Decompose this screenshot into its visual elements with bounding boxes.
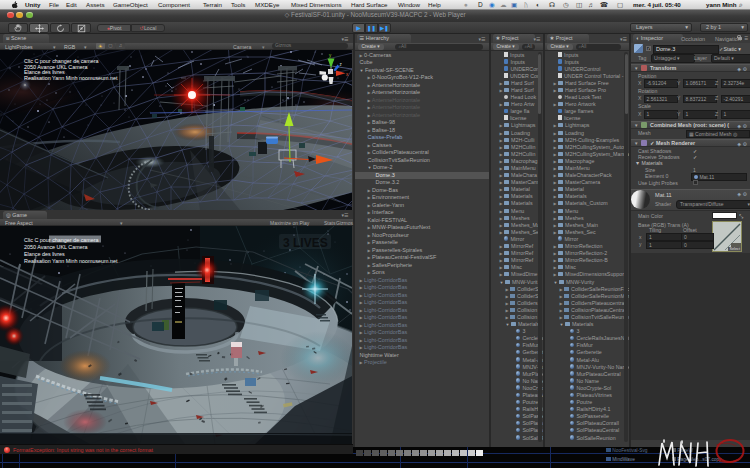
- svg-text:Realisation Yann Minh noomuse: Realisation Yann Minh noomuseum.net: [24, 258, 118, 264]
- svg-text:3 LIVES: 3 LIVES: [283, 236, 328, 250]
- svg-text:2050 Avance UKL Camera: 2050 Avance UKL Camera: [24, 244, 88, 250]
- svg-text:Elance des livres: Elance des livres: [24, 251, 65, 257]
- svg-text:Realisation Yann Minh noomuse: Realisation Yann Minh noomuseum.net: [24, 75, 118, 81]
- svg-text:Clic C pour changer de camera: Clic C pour changer de camera: [24, 237, 99, 243]
